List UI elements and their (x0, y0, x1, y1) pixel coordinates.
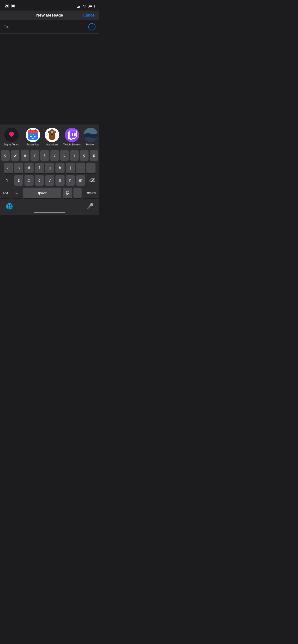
app-label-horizon: Horizon (86, 143, 95, 146)
key-emoji[interactable]: ☺ (12, 188, 22, 198)
svg-rect-6 (28, 132, 38, 133)
nav-header: New Message Cancel (0, 10, 99, 20)
svg-point-10 (34, 136, 36, 137)
svg-point-21 (53, 132, 54, 132)
svg-rect-27 (74, 133, 76, 136)
key-y[interactable]: y (50, 150, 59, 161)
app-item-digital-touch[interactable]: Digital Touch (2, 127, 21, 147)
app-item-fantastical[interactable]: Fantastical (23, 127, 43, 147)
key-space[interactable]: space (23, 188, 61, 198)
app-label-fantastical: Fantastical (26, 143, 39, 146)
app-item-horizon[interactable]: Horizon (82, 127, 99, 147)
keyboard-row-1: q w e r t y u i o p (1, 150, 98, 161)
keyboard-row-2: a s d f g h j k l (1, 163, 98, 173)
app-label-digital-touch: Digital Touch (4, 143, 19, 146)
app-icon-lbp (45, 128, 59, 142)
message-body[interactable] (0, 34, 99, 124)
svg-point-9 (30, 136, 32, 137)
key-j[interactable]: j (66, 163, 75, 173)
globe-icon[interactable]: 🌐 (6, 203, 13, 210)
key-g[interactable]: g (45, 163, 54, 173)
app-icon-digital-touch (4, 128, 19, 142)
app-icons-row: Digital Touch (0, 125, 99, 148)
svg-rect-8 (35, 130, 36, 131)
page-title: New Message (36, 13, 63, 18)
keyboard-row-4: 123 ☺ space @ . return (1, 188, 98, 198)
keyboard-row-3: ⇧ z x c v b n m ⌫ (1, 175, 98, 186)
svg-point-24 (54, 131, 56, 133)
app-item-twitch[interactable]: Twitch Stickers (62, 127, 82, 147)
key-f[interactable]: f (35, 163, 44, 173)
to-label: To: (4, 25, 9, 29)
app-item-lbpstickers[interactable]: lbpstickers (43, 127, 62, 147)
svg-point-11 (32, 134, 32, 135)
key-p[interactable]: p (90, 150, 98, 161)
battery-icon (88, 5, 95, 8)
key-o[interactable]: o (80, 150, 89, 161)
key-n[interactable]: n (66, 175, 75, 186)
status-icons (77, 4, 95, 8)
keyboard: q w e r t y u i o p a s d f g h j k l ⇧ … (0, 148, 99, 201)
status-bar: 20:00 (0, 0, 99, 10)
key-e[interactable]: e (21, 150, 29, 161)
key-m[interactable]: m (76, 175, 85, 186)
home-bar (34, 212, 65, 213)
key-b[interactable]: b (55, 175, 65, 186)
key-shift[interactable]: ⇧ (2, 175, 13, 186)
app-icon-fantastical (26, 128, 40, 142)
key-d[interactable]: d (25, 163, 34, 173)
app-icon-twitch (65, 128, 79, 142)
key-a[interactable]: a (4, 163, 13, 173)
svg-rect-26 (72, 133, 73, 136)
add-contact-button[interactable]: + (88, 23, 95, 30)
svg-point-20 (51, 132, 51, 132)
key-x[interactable]: x (25, 175, 34, 186)
app-tray: Digital Touch (0, 124, 99, 148)
key-c[interactable]: c (35, 175, 44, 186)
wifi-icon (83, 4, 87, 8)
app-label-lbpstickers: lbpstickers (46, 143, 58, 146)
key-v[interactable]: v (45, 175, 54, 186)
key-h[interactable]: h (55, 163, 65, 173)
app-label-twitch: Twitch Stickers (63, 143, 81, 146)
key-z[interactable]: z (14, 175, 23, 186)
app-icon-horizon (83, 128, 98, 142)
key-i[interactable]: i (70, 150, 79, 161)
key-s[interactable]: s (14, 163, 23, 173)
microphone-icon[interactable]: 🎤 (86, 203, 94, 210)
svg-point-19 (53, 131, 54, 133)
app-separator (22, 129, 22, 143)
key-q[interactable]: q (1, 150, 10, 161)
key-t[interactable]: t (40, 150, 49, 161)
key-delete[interactable]: ⌫ (86, 175, 98, 186)
key-123[interactable]: 123 (0, 188, 11, 198)
svg-point-23 (48, 131, 50, 133)
key-l[interactable]: l (86, 163, 95, 173)
status-time: 20:00 (5, 4, 15, 8)
svg-rect-7 (30, 130, 31, 131)
home-indicator (0, 210, 99, 215)
key-dot[interactable]: . (73, 188, 82, 198)
svg-point-18 (50, 131, 52, 133)
key-w[interactable]: w (11, 150, 20, 161)
cancel-button[interactable]: Cancel (83, 13, 95, 18)
key-return[interactable]: return (83, 188, 100, 198)
svg-point-12 (33, 134, 34, 135)
key-k[interactable]: k (76, 163, 85, 173)
key-r[interactable]: r (31, 150, 39, 161)
key-u[interactable]: u (60, 150, 69, 161)
bottom-bar: 🌐 🎤 (0, 201, 99, 210)
plus-icon: + (91, 24, 93, 30)
key-at[interactable]: @ (63, 188, 72, 198)
to-field: To: + (0, 20, 99, 34)
signal-icon (77, 5, 81, 8)
to-input[interactable] (10, 25, 88, 29)
